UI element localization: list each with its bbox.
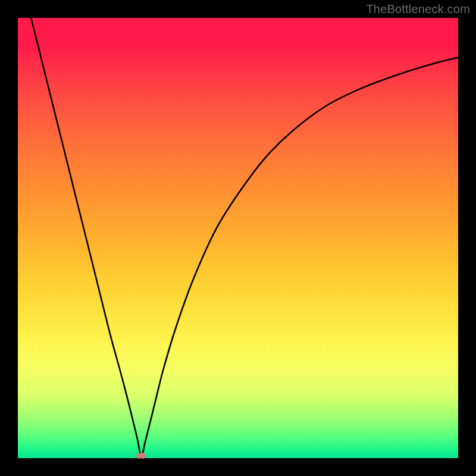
chart-frame: TheBottleneck.com xyxy=(0,0,476,476)
watermark-text: TheBottleneck.com xyxy=(366,2,470,16)
vertex-marker xyxy=(136,453,146,459)
bottleneck-curve xyxy=(18,18,458,458)
plot-area xyxy=(18,18,458,458)
